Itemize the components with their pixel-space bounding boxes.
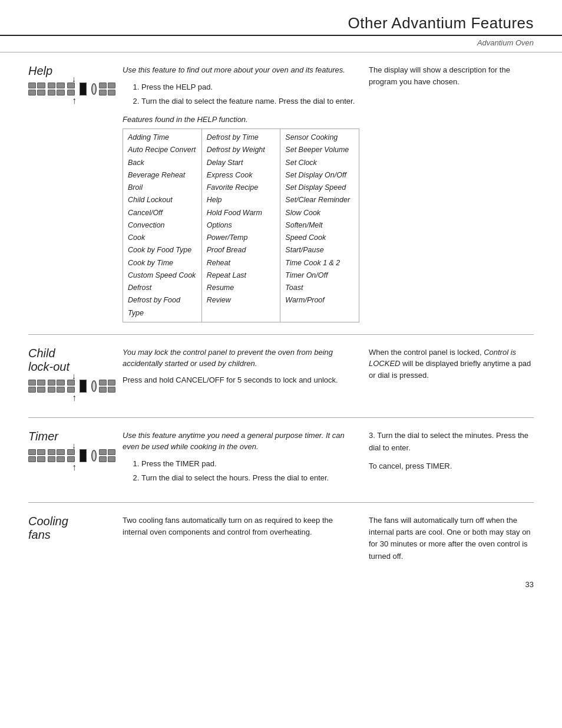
help-step-1: Press the HELP pad.: [141, 81, 359, 94]
help-section: Help ↓: [28, 52, 534, 335]
feature-item: Speed Cook: [285, 232, 354, 244]
cooling-body: Two cooling fans automatically turn on a…: [123, 515, 369, 562]
features-found-label: Features found in the HELP function.: [123, 114, 359, 126]
feature-item: Cook by Food Type: [128, 244, 197, 256]
child-lockout-body: You may lock the control panel to preven…: [123, 347, 369, 406]
feature-item: Help: [207, 194, 276, 206]
feature-item: Adding Time: [128, 131, 197, 144]
help-arrow-down: ↑: [72, 95, 77, 106]
tbtn13: [99, 456, 107, 462]
feature-item: Favorite Recipe: [207, 182, 276, 194]
dial-knob: [91, 83, 97, 95]
feature-item: Convection: [128, 219, 197, 232]
timer-step-2: Turn the dial to select the hours. Press…: [141, 472, 359, 485]
timer-cancel: To cancel, press TIMER.: [369, 460, 534, 473]
page-subtitle: Advantium Oven: [0, 36, 562, 52]
timer-steps: Press the TIMER pad. Turn the dial to se…: [131, 457, 359, 485]
feature-item: Power/Temp: [207, 232, 276, 244]
cbtn3: [28, 387, 36, 393]
btn6: [57, 83, 65, 88]
timer-panel-diagram: ↓: [28, 449, 115, 462]
feature-col-1: Adding TimeAuto Recipe ConvertBackBevera…: [123, 129, 202, 322]
feature-col-2: Defrost by TimeDefrost by WeightDelay St…: [202, 129, 281, 322]
feature-item: Set Clock: [285, 157, 354, 169]
timer-section: Timer ↓: [28, 418, 534, 503]
tbtn14: [108, 456, 115, 462]
timer-dial-knob: [91, 450, 97, 462]
cbtn7: [48, 387, 55, 393]
btn9: [67, 83, 75, 88]
page-header: Other Advantium Features: [0, 0, 562, 36]
timer-body: Use this feature anytime you need a gene…: [123, 430, 369, 490]
timer-step-1: Press the TIMER pad.: [141, 457, 359, 470]
btn11: [99, 83, 107, 88]
btn-group-right: [99, 83, 115, 95]
cbtn8: [57, 387, 65, 393]
cbtn14: [108, 387, 115, 393]
cbtn13: [99, 387, 107, 393]
feature-item: Defrost by Time: [207, 131, 276, 144]
btn1: [28, 83, 36, 88]
feature-item: Set Display On/Off: [285, 169, 354, 182]
btn8: [57, 90, 65, 95]
btn5: [48, 83, 55, 88]
btn2: [37, 83, 45, 88]
btn-group-mid-left: [48, 83, 65, 95]
timer-right: 3. Turn the dial to select the minutes. …: [369, 430, 534, 490]
help-steps: Press the HELP pad. Turn the dial to sel…: [131, 81, 359, 108]
child-lockout-label: Child lock-out ↓: [28, 347, 123, 406]
feature-item: Soften/Melt: [285, 219, 354, 232]
page-footer: 33: [0, 574, 562, 595]
feature-item: Set Display Speed: [285, 182, 354, 194]
child-lockout-label-text: Child lock-out: [28, 347, 70, 373]
tbtn9: [67, 449, 75, 455]
feature-item: Child Lockout: [128, 194, 197, 206]
feature-item: Start/Pause: [285, 244, 354, 256]
tbtn11: [99, 449, 107, 455]
cooling-fans-label: Cooling fans: [28, 515, 123, 562]
tbtn12: [108, 449, 115, 455]
main-content: Help ↓: [0, 52, 562, 574]
help-body: Use this feature to find out more about …: [123, 64, 369, 322]
btn7: [48, 90, 55, 95]
help-right: The display will show a description for …: [369, 64, 534, 322]
btn12: [108, 83, 115, 88]
feature-item: Proof Bread: [207, 244, 276, 256]
feature-item: Custom Speed Cook: [128, 269, 197, 282]
help-panel-diagram: ↓: [28, 83, 115, 95]
cooling-fans-section: Cooling fans Two cooling fans automatica…: [28, 503, 534, 574]
feature-table: Adding TimeAuto Recipe ConvertBackBevera…: [123, 129, 359, 322]
child-para2: Press and hold CANCEL/OFF for 5 seconds …: [123, 374, 359, 386]
cbtn5: [48, 380, 55, 386]
page-title: Other Advantium Features: [348, 14, 534, 32]
feature-item: Warm/Proof: [285, 294, 354, 307]
child-panel-diagram: ↓: [28, 380, 115, 393]
feature-item: Repeat Last: [207, 269, 276, 282]
feature-item: Slow Cook: [285, 207, 354, 219]
timer-label-text: Timer: [28, 430, 58, 443]
cbtn6: [57, 380, 65, 386]
page-number: 33: [525, 580, 534, 589]
btn10: [67, 90, 75, 95]
feature-item: Toast: [285, 282, 354, 294]
btn13: [99, 90, 107, 95]
feature-item: Cancel/Off: [128, 207, 197, 219]
child-para1: You may lock the control panel to preven…: [123, 347, 359, 370]
feature-item: Set Beeper Volume: [285, 144, 354, 156]
tbtn6: [57, 449, 65, 455]
feature-item: Beverage Reheat: [128, 169, 197, 182]
timer-intro: Use this feature anytime you need a gene…: [123, 430, 359, 453]
feature-item: Express Cook: [207, 169, 276, 182]
feature-item: Hold Food Warm: [207, 207, 276, 219]
tbtn10: [67, 456, 75, 462]
oven-panel-timer: [28, 449, 115, 462]
help-step-2: Turn the dial to select the feature name…: [141, 95, 359, 108]
feature-item: Sensor Cooking: [285, 131, 354, 144]
child-lockout-section: Child lock-out ↓: [28, 335, 534, 418]
feature-item: Defrost: [128, 282, 197, 294]
btn3: [28, 90, 36, 95]
feature-item: Auto Recipe Convert: [128, 144, 197, 156]
display-screen: [80, 83, 87, 95]
tbtn2: [37, 449, 45, 455]
help-label: Help ↓: [28, 64, 123, 322]
